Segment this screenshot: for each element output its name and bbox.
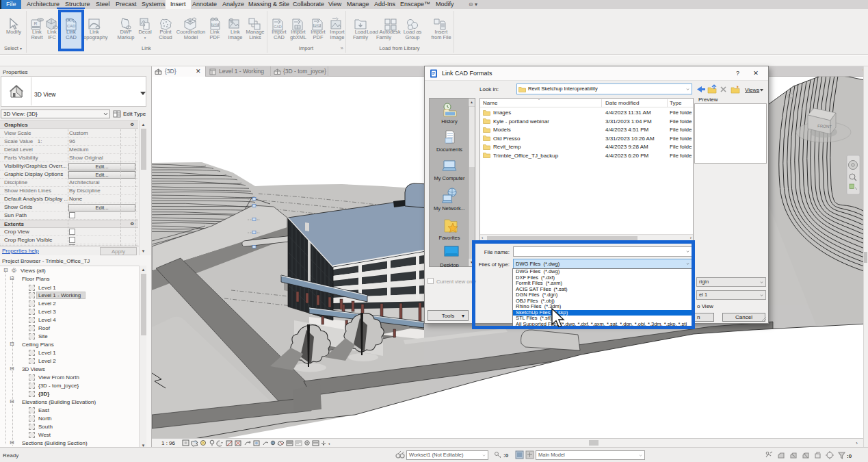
svg-text:PDF: PDF [314, 24, 320, 27]
svg-text:O: O [12, 268, 16, 272]
svg-text::0: :0 [847, 453, 852, 459]
svg-text:‹: ‹ [328, 441, 330, 447]
svg-text:FRONT: FRONT [817, 124, 832, 129]
svg-text:Views: Views [745, 87, 759, 93]
svg-text:PDF: PDF [212, 23, 218, 27]
svg-text:R: R [34, 21, 37, 26]
